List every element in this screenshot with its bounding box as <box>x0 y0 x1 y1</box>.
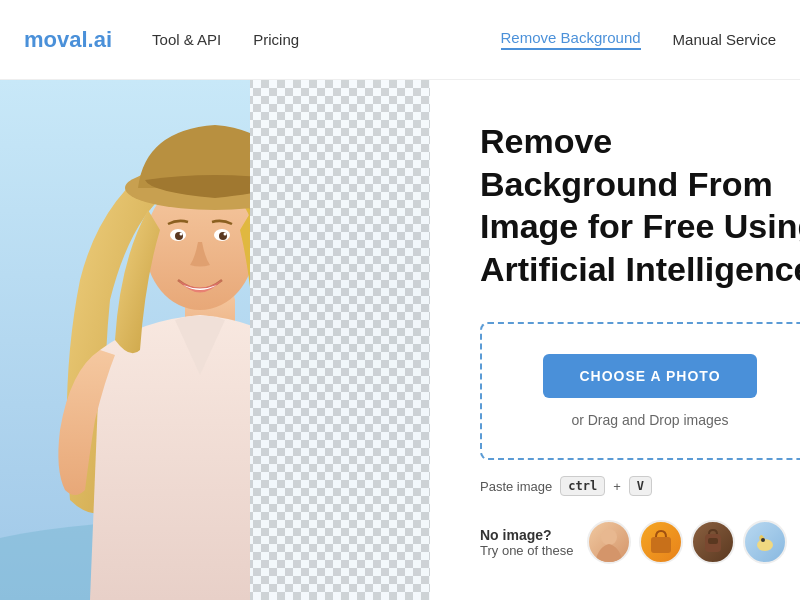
svg-rect-15 <box>708 538 718 544</box>
header: moval.ai Tool & API Pricing Remove Backg… <box>0 0 800 80</box>
plus-icon: + <box>613 479 621 494</box>
logo-text: moval.ai <box>24 27 112 52</box>
upload-area: CHOOSE A PHOTO or Drag and Drop images <box>480 322 800 460</box>
no-image-text-block: No image? Try one of these <box>480 527 573 558</box>
sample-thumb-1[interactable] <box>587 520 631 564</box>
sample-thumbs <box>587 520 787 564</box>
svg-rect-13 <box>651 537 671 553</box>
nav-remove-background[interactable]: Remove Background <box>501 29 641 50</box>
svg-point-16 <box>757 539 773 551</box>
sample-thumb-4[interactable] <box>743 520 787 564</box>
content-section: Remove Background From Image for Free Us… <box>430 80 800 600</box>
nav-manual-service[interactable]: Manual Service <box>673 31 776 48</box>
hero-title: Remove Background From Image for Free Us… <box>480 120 800 290</box>
sample-thumb-2[interactable] <box>639 520 683 564</box>
logo: moval.ai <box>24 27 112 53</box>
svg-point-12 <box>601 529 617 545</box>
no-image-section: No image? Try one of these <box>480 520 800 564</box>
paste-row: Paste image ctrl + V <box>480 476 800 496</box>
thumb-1-svg <box>589 522 629 562</box>
main-content: Remove Background From Image for Free Us… <box>0 80 800 600</box>
v-key: V <box>629 476 652 496</box>
paste-label: Paste image <box>480 479 552 494</box>
choose-photo-button[interactable]: CHOOSE A PHOTO <box>543 354 756 398</box>
hero-image-section <box>0 80 430 600</box>
thumb-4-svg <box>750 527 780 557</box>
person-svg <box>0 80 430 600</box>
svg-point-9 <box>180 233 183 236</box>
drag-drop-text: or Drag and Drop images <box>571 412 728 428</box>
nav-pricing[interactable]: Pricing <box>253 31 299 48</box>
thumb-3-svg <box>699 528 727 556</box>
thumb-2-svg <box>646 527 676 557</box>
try-label: Try one of these <box>480 543 573 558</box>
sample-thumb-3[interactable] <box>691 520 735 564</box>
no-image-label: No image? <box>480 527 573 543</box>
svg-point-10 <box>224 233 227 236</box>
nav-left: Tool & API Pricing <box>152 31 500 48</box>
hero-illustration <box>0 80 430 600</box>
svg-point-17 <box>761 538 765 542</box>
nav-tool-api[interactable]: Tool & API <box>152 31 221 48</box>
nav-right: Remove Background Manual Service <box>501 29 776 50</box>
ctrl-key: ctrl <box>560 476 605 496</box>
